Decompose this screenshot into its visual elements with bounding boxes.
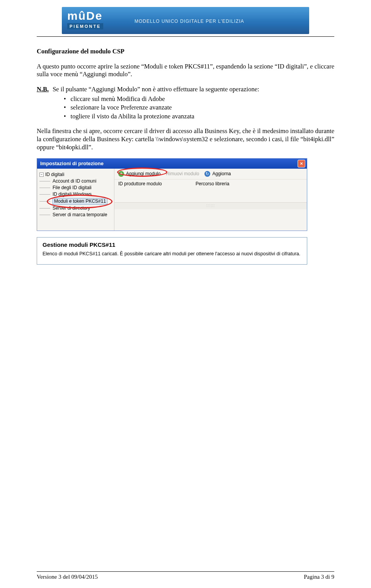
footer-divider	[37, 571, 334, 572]
plus-icon: +	[118, 171, 124, 177]
tree-item[interactable]: Server di marca temporale	[53, 212, 107, 218]
bullet-item: togliere il visto da Abilita la protezio…	[71, 113, 194, 121]
pkcs-description: Elenco di moduli PKCS#11 caricati. È pos…	[43, 251, 301, 257]
tree-panel: −ID digitali Account di ID comuni File d…	[37, 169, 114, 231]
tree-item[interactable]: Server di directory	[53, 205, 90, 211]
bullet-item: cliccare sul menù Modifica di Adobe	[71, 95, 165, 103]
pkcs-title: Gestione moduli PKCS#11	[43, 241, 301, 249]
paragraph-2: Nella finestra che si apre, occorre cerc…	[37, 127, 334, 151]
refresh-label: Aggiorna	[212, 171, 231, 177]
pkcs-info-box: Gestione moduli PKCS#11 Elenco di moduli…	[37, 237, 307, 264]
logo-sub: PIEMONTE	[67, 23, 103, 29]
toolbar: + Aggiungi modulo Rimuovi modulo ↻ Aggio…	[114, 169, 307, 179]
header-banner: mûDe PIEMONTE MODELLO UNICO DIGITALE PER…	[62, 7, 309, 34]
tree-item[interactable]: Account di ID comuni	[53, 178, 96, 184]
bullet-icon: •	[64, 113, 66, 121]
drag-handle-icon[interactable]: ::::::	[114, 202, 307, 209]
paragraph-1: A questo punto occorre aprire la sezione…	[37, 63, 334, 79]
tree-item-selected[interactable]: Moduli e token PKCS#11	[53, 198, 107, 205]
bullet-icon: •	[64, 95, 66, 103]
add-label: Aggiungi modulo	[126, 171, 160, 177]
bullet-list: •cliccare sul menù Modifica di Adobe •se…	[64, 95, 334, 121]
nb-text: Se il pulsante “Aggiungi Modulo” non è a…	[53, 85, 259, 94]
window-title: Impostazioni di protezione	[40, 161, 104, 167]
refresh-icon: ↻	[204, 171, 210, 177]
bullet-item: selezionare la voce Preferenze avanzate	[71, 104, 172, 112]
footer-version: Versione 3 del 09/04/2015	[37, 574, 98, 580]
nb-label: N.B.	[37, 85, 49, 94]
window-titlebar: Impostazioni di protezione ×	[37, 159, 307, 169]
close-icon[interactable]: ×	[298, 160, 305, 168]
header-divider	[37, 36, 334, 37]
column-header-2: Percorso libreria	[196, 181, 303, 187]
collapse-icon[interactable]: −	[39, 173, 44, 177]
tree-item[interactable]: ID digitali Windows	[53, 191, 92, 197]
tree-root[interactable]: ID digitali	[45, 172, 64, 178]
column-header-1: ID produttore modulo	[118, 181, 196, 187]
bullet-icon: •	[64, 104, 66, 112]
section-title: Configurazione del modulo CSP	[37, 48, 334, 56]
refresh-button[interactable]: ↻ Aggiorna	[204, 171, 231, 177]
embedded-screenshot: Impostazioni di protezione × −ID digital…	[37, 158, 307, 231]
logo-main: mûDe	[67, 9, 102, 22]
remove-module-button: Rimuovi modulo	[166, 171, 199, 177]
banner-logo: mûDe PIEMONTE	[67, 9, 103, 29]
tree-item[interactable]: File degli ID digitali	[53, 185, 92, 191]
add-module-button[interactable]: + Aggiungi modulo	[118, 171, 160, 177]
remove-label: Rimuovi modulo	[166, 171, 199, 177]
footer-page: Pagina 3 di 9	[304, 574, 334, 580]
banner-tagline: MODELLO UNICO DIGITALE PER L'EDILIZIA	[134, 19, 244, 24]
